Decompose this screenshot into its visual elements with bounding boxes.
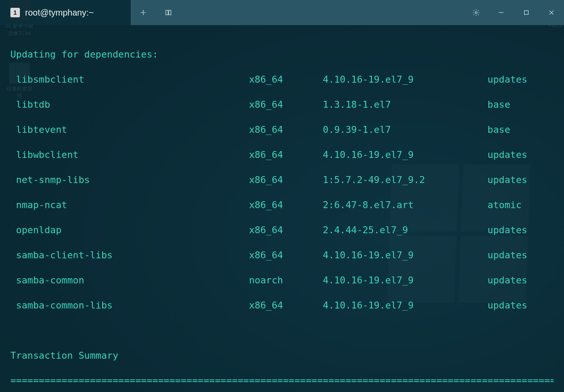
- package-row: openldapx86_642.4.44-25.el7_9updates356 …: [10, 224, 554, 236]
- package-row: samba-commonnoarch4.10.16-19.el7_9update…: [10, 274, 554, 286]
- package-row: libsmbclientx86_644.10.16-19.el7_9update…: [10, 73, 554, 86]
- terminal-tab[interactable]: 1 root@tymphany:~: [0, 0, 131, 25]
- svg-rect-0: [166, 10, 168, 15]
- split-icon: [164, 9, 172, 16]
- new-tab-button[interactable]: [131, 0, 156, 25]
- package-row: samba-client-libsx86_644.10.16-19.el7_9u…: [10, 249, 554, 261]
- pkg-size: 146 k: [561, 73, 564, 86]
- blank-line: [10, 324, 554, 337]
- package-row: net-snmp-libsx86_641:5.7.2-49.el7_9.2upd…: [10, 174, 554, 186]
- section-header: Updating for dependencies:: [10, 48, 554, 61]
- maximize-icon: [522, 9, 530, 16]
- pkg-version: 4.10.16-19.el7_9: [323, 73, 488, 86]
- terminal-body[interactable]: Updating for dependencies: libsmbclientx…: [0, 25, 564, 392]
- pkg-name: libsmbclient: [10, 73, 249, 86]
- settings-button[interactable]: [464, 0, 489, 25]
- package-row: libteventx86_640.9.39-1.el7base41 k: [10, 123, 554, 136]
- plus-icon: [139, 9, 147, 16]
- summary-title: Transaction Summary: [10, 349, 554, 362]
- package-row: samba-common-libsx86_644.10.16-19.el7_9u…: [10, 299, 554, 312]
- package-row: nmap-ncatx86_642:6.47-8.el7.artatomic200…: [10, 199, 554, 211]
- pkg-repo: updates: [487, 73, 561, 86]
- close-button[interactable]: [539, 0, 564, 25]
- maximize-button[interactable]: [514, 0, 539, 25]
- divider-line: ========================================…: [10, 374, 554, 387]
- split-pane-button[interactable]: [156, 0, 181, 25]
- minimize-button[interactable]: [489, 0, 514, 25]
- package-row: libwbclientx86_644.10.16-19.el7_9updates…: [10, 148, 554, 161]
- close-icon: [548, 9, 555, 16]
- package-row: libtdbx86_641.3.18-1.el7base49 k: [10, 98, 554, 111]
- titlebar[interactable]: 1 root@tymphany:~: [0, 0, 564, 25]
- terminal-window: 1 root@tymphany:~: [0, 0, 564, 392]
- minimize-icon: [497, 9, 505, 16]
- svg-point-2: [475, 12, 477, 14]
- svg-rect-3: [525, 11, 529, 15]
- tab-title: root@tymphany:~: [25, 8, 94, 18]
- svg-rect-1: [169, 10, 171, 15]
- pkg-arch: x86_64: [249, 73, 323, 86]
- gear-icon: [472, 9, 480, 16]
- tab-index-badge: 1: [10, 8, 20, 17]
